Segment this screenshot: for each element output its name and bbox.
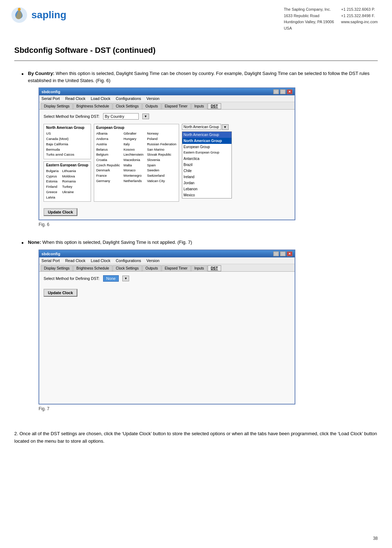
tab7-inputs[interactable]: Inputs: [191, 265, 207, 271]
na-country-us: US: [46, 131, 88, 136]
footer-text: 2. Once all of the DST settings are chos…: [14, 431, 377, 444]
update-clock-btn-7[interactable]: Update Clock: [44, 289, 77, 297]
menu-serial-port[interactable]: Serial Port: [41, 96, 60, 101]
menu7-version[interactable]: Version: [147, 258, 160, 263]
fig7-body: Select Method for Defining DST: None ▼ U…: [39, 272, 295, 404]
dst-dropdown-box[interactable]: By Country: [103, 113, 139, 120]
na-group-title: North American Group: [46, 126, 88, 130]
tab-elapsed-timer[interactable]: Elapsed Timer: [162, 103, 191, 109]
page-number: 38: [373, 536, 378, 541]
eu-countries: Albania Andorra Austria Belarus Belgium …: [96, 131, 177, 183]
close-btn[interactable]: ✕: [287, 89, 292, 94]
tab7-clock-settings[interactable]: Clock Settings: [113, 265, 142, 271]
bullet-text-1: By Country: When this option is selected…: [28, 70, 378, 84]
maximize-btn[interactable]: □: [280, 89, 286, 94]
maximize-btn-7[interactable]: □: [280, 251, 286, 256]
ee-group-panel: Eastern European Group Bulgaria Cyprus E…: [44, 161, 91, 202]
fig7-tabbar: Display Settings Brightness Schedule Clo…: [39, 264, 295, 272]
na-country-bermuda: Bermuda: [46, 147, 88, 152]
na-country-baja: Baja California: [46, 142, 88, 147]
tab-clock-settings[interactable]: Clock Settings: [113, 103, 142, 109]
bullet-item-none: • None: When this option is selected, Da…: [14, 239, 378, 417]
tab-brightness-schedule[interactable]: Brightness Schedule: [73, 103, 112, 109]
bullet-label-1: By Country:: [28, 71, 54, 76]
tab7-dst[interactable]: DST: [208, 265, 221, 271]
bullet-text-2: None: When this option is selected, Dayl…: [28, 239, 378, 246]
fig6-window-title: sbdconfig: [41, 90, 60, 94]
bullet-content-1: By Country: When this option is selected…: [28, 70, 378, 232]
eu-col1: Albania Andorra Austria Belarus Belgium …: [96, 131, 120, 183]
menu7-read-clock[interactable]: Read Clock: [65, 258, 86, 263]
menu-load-clock[interactable]: Load Clock: [91, 96, 111, 101]
content: • By Country: When this option is select…: [0, 70, 392, 416]
none-dropdown[interactable]: None: [103, 275, 119, 282]
dst-method-row-7: Select Method for Defining DST: None ▼: [44, 275, 290, 282]
menu7-serial-port[interactable]: Serial Port: [41, 258, 60, 263]
logo-text: sapling: [31, 9, 66, 21]
na-countries: US Canada (Most) Baja California Bermuda…: [46, 131, 88, 157]
fig7-window-title: sbdconfig: [41, 252, 60, 256]
ee-countries: Bulgaria Cyprus Estonia Finland Greece L…: [46, 169, 88, 200]
tab7-elapsed-timer[interactable]: Elapsed Timer: [162, 265, 191, 271]
eu-col2: Gibralter Hungary Italy Kosovo Liechtens…: [123, 131, 143, 183]
tab7-display-settings[interactable]: Display Settings: [41, 265, 73, 271]
company-address: The Sapling Company, Inc. 1633 Republic …: [284, 6, 334, 31]
window-controls-6: ─ □ ✕: [273, 89, 292, 94]
tab-outputs[interactable]: Outputs: [142, 103, 161, 109]
menu7-load-clock[interactable]: Load Clock: [91, 258, 111, 263]
menu7-configurations[interactable]: Configurations: [116, 258, 141, 263]
fig7-caption: Fig. 7: [39, 406, 378, 411]
window-controls-7: ─ □ ✕: [273, 251, 292, 256]
right-list-item-lebanon[interactable]: Lebanon: [182, 186, 231, 192]
fig6-tabbar: Display Settings Brightness Schedule Clo…: [39, 102, 295, 110]
right-list-item-na-highlight[interactable]: North American Group: [182, 138, 231, 144]
bullet-label-2: None:: [28, 240, 41, 245]
eu-col3: Norway Poland Russian Federation San Mar…: [147, 131, 176, 183]
fig7-titlebar: sbdconfig ─ □ ✕: [39, 250, 295, 257]
dst-label: Select Method for Defining DST:: [44, 114, 100, 119]
svg-point-1: [18, 8, 21, 11]
tab-inputs[interactable]: Inputs: [191, 103, 207, 109]
update-clock-btn-6[interactable]: Update Clock: [44, 208, 77, 216]
menu-read-clock[interactable]: Read Clock: [65, 96, 86, 101]
menu-configurations[interactable]: Configurations: [116, 96, 141, 101]
right-dropdown-row: North American Group ▼: [182, 124, 232, 130]
right-list-item-brazil[interactable]: Brazil: [182, 162, 231, 168]
eu-group-panel: European Group Albania Andorra Austria B…: [94, 124, 179, 202]
right-list-item-chile[interactable]: Chile: [182, 168, 231, 174]
page-title-area: Sbdconfig Software - DST (continued): [0, 35, 392, 61]
fig6-menubar: Serial Port Read Clock Load Clock Config…: [39, 95, 295, 102]
fig6-window: sbdconfig ─ □ ✕ Serial Port Read Clock L…: [39, 87, 295, 220]
right-list-item-mexico[interactable]: Mexico: [182, 192, 231, 198]
eu-group-title: European Group: [96, 126, 177, 130]
right-list-item-ee[interactable]: Eastern European Group: [182, 150, 231, 156]
fig6-body: Select Method for Defining DST: By Count…: [39, 110, 295, 220]
na-group-panel: North American Group US Canada (Most) Ba…: [44, 124, 91, 159]
left-groups: North American Group US Canada (Most) Ba…: [44, 124, 91, 202]
right-dropdown[interactable]: North American Group: [182, 124, 221, 130]
right-list-item-eu[interactable]: European Group: [182, 144, 231, 150]
menu-version[interactable]: Version: [147, 96, 160, 101]
right-list-item-antarctica[interactable]: Antarctica: [182, 156, 231, 162]
minimize-btn[interactable]: ─: [273, 89, 279, 94]
dst-label-7: Select Method for Defining DST:: [44, 276, 100, 281]
minimize-btn-7[interactable]: ─: [273, 251, 279, 256]
right-dropdown-arrow[interactable]: ▼: [222, 124, 229, 130]
fig6-titlebar: sbdconfig ─ □ ✕: [39, 88, 295, 95]
page-title: Sbdconfig Software - DST (continued): [14, 46, 378, 55]
logo-area: sapling: [11, 6, 66, 24]
tab-dst[interactable]: DST: [208, 103, 221, 109]
header: sapling The Sapling Company, Inc. 1633 R…: [0, 0, 392, 35]
sapling-logo-icon: [11, 6, 28, 24]
right-list-item-jordan[interactable]: Jordan: [182, 180, 231, 186]
tab7-brightness-schedule[interactable]: Brightness Schedule: [73, 265, 112, 271]
tab-display-settings[interactable]: Display Settings: [41, 103, 73, 109]
close-btn-7[interactable]: ✕: [287, 251, 292, 256]
dst-method-row: Select Method for Defining DST: By Count…: [44, 113, 290, 120]
right-list-item-na-selected[interactable]: North American Group: [182, 132, 231, 138]
fig7-window: sbdconfig ─ □ ✕ Serial Port Read Clock L…: [39, 250, 295, 404]
dst-dropdown-arrow[interactable]: ▼: [142, 114, 149, 119]
right-list-item-ireland[interactable]: Ireland: [182, 174, 231, 180]
none-dropdown-arrow[interactable]: ▼: [122, 276, 129, 281]
tab7-outputs[interactable]: Outputs: [142, 265, 161, 271]
